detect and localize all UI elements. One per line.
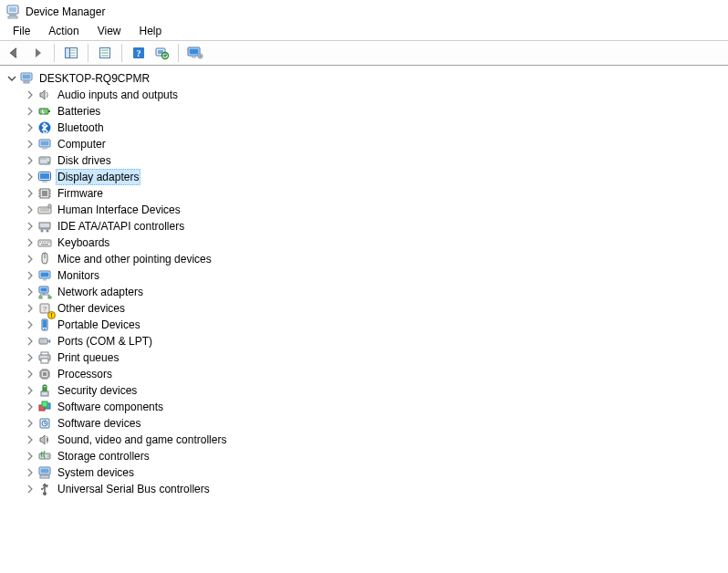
- chevron-right-icon[interactable]: [24, 89, 36, 101]
- chevron-right-icon[interactable]: [24, 138, 36, 151]
- tree-category[interactable]: Portable Devices: [24, 317, 728, 333]
- chevron-right-icon[interactable]: [24, 187, 36, 200]
- tree-category-label[interactable]: Display adapters: [56, 169, 140, 185]
- tree-category[interactable]: Sound, video and game controllers: [24, 432, 728, 448]
- chevron-right-icon[interactable]: [24, 220, 36, 233]
- chevron-right-icon[interactable]: [24, 154, 36, 167]
- tree-category[interactable]: Computer: [24, 136, 728, 152]
- tree-category[interactable]: Software devices: [24, 415, 728, 432]
- chevron-right-icon[interactable]: [24, 253, 36, 266]
- tree-root-label[interactable]: DESKTOP-RQ9CPMR: [37, 71, 151, 86]
- toolbar: ?: [0, 40, 728, 66]
- chevron-right-icon[interactable]: [24, 483, 36, 495]
- tree-category-label[interactable]: Sound, video and game controllers: [56, 432, 228, 447]
- tree-category-label[interactable]: Firmware: [56, 186, 105, 201]
- chevron-right-icon[interactable]: [24, 269, 36, 282]
- tree-category[interactable]: Security devices: [24, 382, 728, 399]
- chevron-right-icon[interactable]: [24, 401, 36, 413]
- tree-category-label[interactable]: Batteries: [56, 104, 102, 119]
- tree-category-label[interactable]: Network adapters: [56, 285, 145, 299]
- other-icon: ?!: [37, 301, 52, 316]
- tree-category[interactable]: Software components: [24, 399, 728, 415]
- svg-rect-66: [39, 297, 42, 298]
- tree-category[interactable]: Network adapters: [24, 284, 728, 300]
- tree-root-node[interactable]: DESKTOP-RQ9CPMR Audio inputs and outputs…: [5, 70, 728, 497]
- back-button[interactable]: [4, 43, 26, 63]
- tree-category-label[interactable]: Other devices: [56, 301, 127, 316]
- tree-category[interactable]: Print queues: [24, 349, 728, 366]
- tree-category-label[interactable]: Software components: [56, 400, 165, 414]
- tree-category[interactable]: Mice and other pointing devices: [24, 251, 728, 267]
- help-button[interactable]: ?: [128, 43, 150, 63]
- tree-category[interactable]: IDE ATA/ATAPI controllers: [24, 218, 728, 234]
- tree-category-label[interactable]: Mice and other pointing devices: [56, 252, 213, 266]
- chevron-right-icon[interactable]: [24, 335, 36, 348]
- chevron-right-icon[interactable]: [24, 318, 36, 331]
- menu-view[interactable]: View: [88, 23, 130, 39]
- chevron-right-icon[interactable]: [24, 171, 36, 183]
- devices-button[interactable]: [184, 43, 206, 63]
- chevron-right-icon[interactable]: [24, 368, 36, 380]
- printer-icon: [37, 350, 52, 365]
- tree-category-label[interactable]: Universal Serial Bus controllers: [56, 482, 212, 496]
- svg-rect-100: [41, 391, 48, 396]
- tree-category-label[interactable]: IDE ATA/ATAPI controllers: [56, 219, 186, 234]
- tree-category[interactable]: Bluetooth: [24, 120, 728, 136]
- chevron-right-icon[interactable]: [24, 286, 36, 298]
- tree-category-label[interactable]: Monitors: [56, 268, 101, 283]
- device-tree[interactable]: DESKTOP-RQ9CPMR Audio inputs and outputs…: [0, 66, 728, 573]
- forward-button[interactable]: [26, 43, 48, 63]
- svg-rect-3: [8, 16, 17, 18]
- chevron-right-icon[interactable]: [24, 121, 36, 134]
- chevron-right-icon[interactable]: [24, 466, 36, 479]
- chevron-right-icon[interactable]: [24, 351, 36, 364]
- chevron-right-icon[interactable]: [24, 417, 36, 430]
- tree-category-label[interactable]: Human Interface Devices: [56, 203, 182, 217]
- tree-category[interactable]: System devices: [24, 464, 728, 481]
- tree-category-label[interactable]: Audio inputs and outputs: [56, 88, 180, 102]
- properties-icon: [98, 46, 112, 60]
- properties-button[interactable]: [94, 43, 116, 63]
- tree-category[interactable]: ?!Other devices: [24, 300, 728, 317]
- tree-category[interactable]: Ports (COM & LPT): [24, 333, 728, 349]
- chevron-right-icon[interactable]: [24, 384, 36, 397]
- tree-category-label[interactable]: Keyboards: [56, 235, 111, 250]
- tree-category-label[interactable]: Computer: [56, 137, 108, 151]
- tree-category-label[interactable]: Print queues: [56, 350, 120, 365]
- svg-point-77: [40, 341, 41, 342]
- tree-category[interactable]: Disk drives: [24, 152, 728, 169]
- chevron-right-icon[interactable]: [24, 433, 36, 446]
- show-hide-console-tree-button[interactable]: [60, 43, 82, 63]
- scan-hardware-button[interactable]: [151, 43, 172, 63]
- chevron-right-icon[interactable]: [24, 236, 36, 249]
- tree-category-label[interactable]: Ports (COM & LPT): [56, 334, 154, 349]
- tree-category[interactable]: Human Interface Devices: [24, 202, 728, 218]
- svg-rect-57: [47, 242, 48, 244]
- menu-action[interactable]: Action: [39, 23, 88, 39]
- tree-category[interactable]: Batteries: [24, 103, 728, 120]
- tree-category-label[interactable]: Software devices: [56, 416, 142, 431]
- menu-help[interactable]: Help: [130, 23, 172, 39]
- tree-category[interactable]: Processors: [24, 366, 728, 382]
- chevron-right-icon[interactable]: [24, 203, 36, 216]
- tree-category-label[interactable]: Processors: [56, 367, 114, 381]
- menu-file[interactable]: File: [4, 23, 39, 39]
- tree-category[interactable]: Keyboards: [24, 234, 728, 251]
- tree-category-label[interactable]: System devices: [56, 465, 136, 480]
- tree-category-label[interactable]: Portable Devices: [56, 318, 142, 332]
- chevron-right-icon[interactable]: [24, 302, 36, 315]
- tree-category-label[interactable]: Bluetooth: [56, 120, 106, 135]
- tree-category[interactable]: Firmware: [24, 185, 728, 202]
- chevron-right-icon[interactable]: [24, 450, 36, 463]
- tree-category[interactable]: Display adapters: [24, 169, 728, 185]
- chevron-down-icon[interactable]: [5, 72, 18, 85]
- tree-category[interactable]: Universal Serial Bus controllers: [24, 481, 728, 497]
- tree-category-label[interactable]: Disk drives: [56, 153, 113, 168]
- tree-category[interactable]: Audio inputs and outputs: [24, 87, 728, 103]
- tree-category-label[interactable]: Storage controllers: [56, 449, 151, 464]
- chevron-right-icon[interactable]: [24, 105, 36, 118]
- tree-category[interactable]: Storage controllers: [24, 448, 728, 464]
- svg-rect-85: [43, 372, 47, 376]
- tree-category[interactable]: Monitors: [24, 267, 728, 284]
- tree-category-label[interactable]: Security devices: [56, 383, 139, 398]
